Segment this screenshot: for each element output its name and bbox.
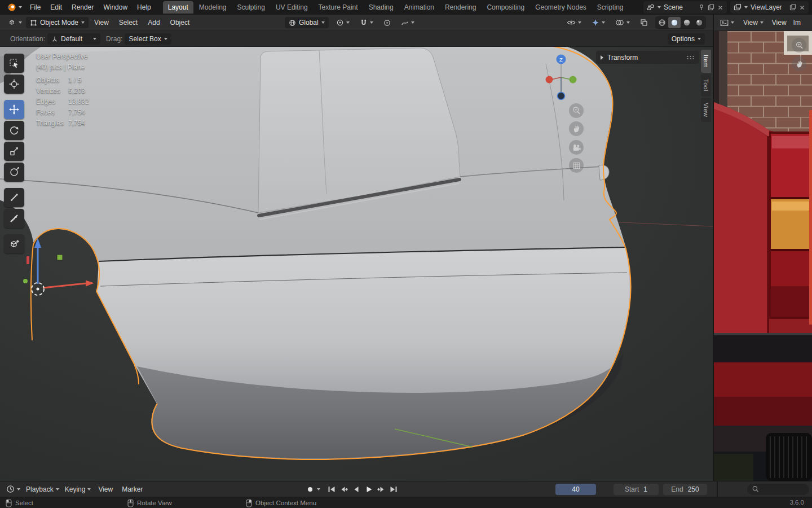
xray-toggle[interactable] [637, 17, 651, 28]
axis-y-ball[interactable] [570, 76, 577, 84]
pin-icon[interactable] [698, 4, 705, 11]
menu-file[interactable]: File [25, 2, 45, 13]
scene-selector[interactable]: Scene [643, 1, 727, 14]
falloff-button[interactable] [398, 17, 417, 28]
auto-keying-button[interactable] [304, 484, 316, 495]
end-frame-field[interactable]: End 250 [663, 484, 707, 495]
workspace-tab-rendering[interactable]: Rendering [440, 1, 481, 14]
camera-view-button[interactable] [569, 140, 584, 155]
workspace-tab-modeling[interactable]: Modeling [194, 1, 232, 14]
shading-material-button[interactable] [681, 17, 693, 28]
move-tool[interactable] [4, 100, 24, 119]
menu-window[interactable]: Window [99, 2, 132, 13]
eye-icon [567, 19, 576, 26]
menu-object[interactable]: Object [166, 17, 195, 28]
workspace-tab-compositing[interactable]: Compositing [482, 1, 529, 14]
options-button[interactable]: Options [668, 33, 705, 45]
jump-to-end-button[interactable] [388, 484, 399, 495]
new-viewlayer-icon[interactable] [789, 4, 796, 11]
image-view-dropdown[interactable]: View [740, 17, 766, 28]
annotate-tool[interactable] [4, 188, 24, 207]
workspace-tab-geometry-nodes[interactable]: Geometry Nodes [530, 1, 592, 14]
editor-type-button[interactable] [5, 16, 25, 29]
menu-help[interactable]: Help [133, 2, 156, 13]
image-pan-button[interactable] [792, 56, 806, 71]
sidebar-tab-view[interactable]: View [701, 98, 711, 122]
pan-button[interactable] [569, 121, 584, 136]
menu-add[interactable]: Add [143, 17, 164, 28]
panel-grip-icon[interactable] [686, 55, 695, 60]
zoom-button[interactable] [569, 103, 584, 118]
menu-select[interactable]: Select [114, 17, 142, 28]
transform-panel-header[interactable]: Transform [596, 51, 699, 64]
workspace-tab-sculpting[interactable]: Sculpting [232, 1, 270, 14]
menu-view[interactable]: View [90, 17, 113, 28]
rotate-tool[interactable] [4, 121, 24, 140]
sidebar-tab-tool[interactable]: Tool [701, 74, 711, 97]
next-keyframe-button[interactable] [376, 484, 387, 495]
start-frame-field[interactable]: Start 1 [614, 484, 659, 495]
shading-solid-button[interactable] [668, 17, 681, 28]
image-editor-panel[interactable] [713, 31, 812, 481]
workspace-tab-animation[interactable]: Animation [399, 1, 439, 14]
mode-dropdown[interactable]: Object Mode [26, 17, 89, 28]
workspace-tab-layout[interactable]: Layout [163, 1, 193, 14]
3d-viewport[interactable]: Orientation: Default Drag: Select Box Op… [0, 31, 713, 481]
viewlayer-selector[interactable]: ViewLayer [730, 1, 809, 14]
blender-window: File Edit Render Window Help Layout Mode… [0, 0, 812, 508]
cursor-tool[interactable] [4, 75, 24, 94]
image-editor-type-button[interactable] [717, 17, 737, 28]
snap-button[interactable] [357, 17, 376, 29]
pivot-point-button[interactable] [333, 17, 352, 28]
search-field[interactable] [747, 484, 809, 495]
menu-edit[interactable]: Edit [46, 2, 67, 13]
keying-menu[interactable]: Keying [62, 484, 94, 495]
workspace-tab-scripting[interactable]: Scripting [592, 1, 629, 14]
close-icon[interactable] [717, 5, 723, 11]
workspace-tab-uv-editing[interactable]: UV Editing [271, 1, 313, 14]
axis-neg-z-ball[interactable] [558, 93, 565, 100]
add-cube-tool[interactable] [4, 234, 24, 253]
drag-dropdown[interactable]: Select Box [125, 33, 171, 45]
collapse-chevron-icon [601, 55, 603, 60]
proportional-editing-button[interactable] [381, 17, 394, 28]
drag-value: Select Box [129, 35, 161, 43]
navigation-gizmo[interactable]: Z [543, 54, 579, 102]
timeline-view-menu[interactable]: View [94, 484, 117, 495]
image-zoom-button[interactable] [792, 38, 806, 52]
workspace-tab-shading[interactable]: Shading [364, 1, 399, 14]
select-box-tool[interactable] [4, 54, 24, 73]
new-scene-icon[interactable] [708, 4, 714, 11]
ortho-toggle-button[interactable] [569, 158, 584, 173]
menu-render[interactable]: Render [67, 2, 98, 13]
timeline-editor-type-button[interactable] [3, 483, 23, 495]
timeline-marker-menu[interactable]: Marker [117, 484, 147, 495]
transform-tool[interactable] [4, 163, 24, 182]
mouse-left-icon [6, 499, 12, 507]
current-frame-field[interactable]: 40 [555, 484, 596, 495]
3d-scene-canvas[interactable] [0, 31, 713, 481]
orientation-default-dropdown[interactable]: Default [47, 33, 100, 45]
jump-to-start-button[interactable] [326, 484, 337, 495]
play-button[interactable] [363, 484, 374, 495]
workspace-tab-texture-paint[interactable]: Texture Paint [314, 1, 363, 14]
keying-chevron-icon[interactable] [317, 488, 320, 491]
image-menu-view[interactable]: View [770, 17, 789, 28]
axis-x-ball[interactable] [546, 76, 553, 84]
image-menu-image[interactable]: Im [792, 17, 802, 28]
overlays-button[interactable] [612, 17, 633, 28]
playback-menu[interactable]: Playback [23, 484, 62, 495]
close-icon[interactable] [799, 5, 805, 11]
scale-tool[interactable] [4, 142, 24, 161]
play-reverse-button[interactable] [351, 484, 362, 495]
reference-image[interactable] [714, 31, 812, 481]
gizmos-button[interactable] [589, 17, 608, 28]
sidebar-tab-item[interactable]: Item [701, 50, 711, 73]
shading-wireframe-button[interactable] [656, 17, 668, 28]
orientation-dropdown[interactable]: Global [285, 17, 329, 28]
blender-menu-button[interactable] [3, 1, 25, 14]
measure-tool[interactable] [4, 209, 24, 228]
prev-keyframe-button[interactable] [338, 484, 350, 495]
shading-rendered-button[interactable] [693, 17, 705, 28]
visibility-button[interactable] [564, 17, 584, 28]
